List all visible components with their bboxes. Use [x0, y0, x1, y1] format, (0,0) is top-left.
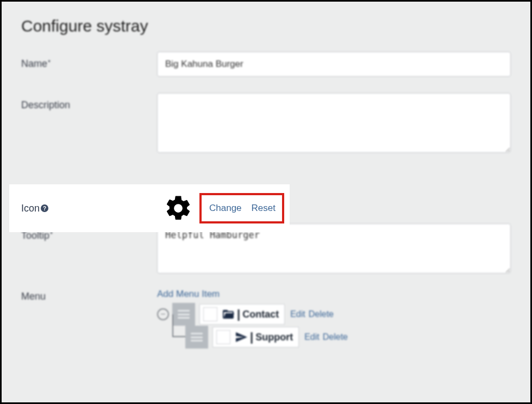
help-icon[interactable]: ?: [41, 204, 48, 212]
name-input[interactable]: [157, 52, 511, 77]
tree-connector-icon: [172, 314, 185, 337]
description-input[interactable]: [157, 93, 511, 153]
icon-row: Icon ? Change Reset: [9, 184, 290, 232]
drag-handle-icon[interactable]: [185, 326, 208, 349]
name-row: Name: [2, 52, 530, 77]
menu-item-row: | Support Edit Delete: [185, 326, 511, 349]
menu-item-label: Support: [255, 332, 293, 343]
menu-item-box: | Contact: [199, 304, 285, 325]
name-label: Name: [21, 52, 157, 70]
folder-open-icon: [222, 308, 235, 321]
change-icon-link[interactable]: Change: [209, 203, 242, 214]
menu-item-label: Contact: [242, 309, 279, 320]
description-row: Description: [2, 93, 530, 153]
edit-link[interactable]: Edit: [290, 309, 305, 319]
page-title: Configure systray: [2, 2, 530, 35]
add-menu-item-link[interactable]: Add Menu Item: [157, 289, 511, 300]
menu-label: Menu: [21, 289, 157, 349]
gear-icon: [164, 194, 193, 223]
edit-link[interactable]: Edit: [304, 332, 320, 342]
menu-item-icon-slot: [216, 330, 230, 344]
reset-icon-link[interactable]: Reset: [252, 203, 276, 214]
menu-item-box: | Support: [212, 327, 299, 347]
menu-item-row: − | Contact Edit Delete: [157, 303, 511, 326]
paper-plane-icon: [235, 331, 248, 344]
menu-item-icon-slot: [203, 307, 217, 321]
highlight-box: Change Reset: [199, 193, 284, 223]
separator-icon: |: [237, 307, 240, 321]
icon-label: Icon: [21, 203, 40, 214]
separator-icon: |: [250, 330, 253, 344]
delete-link[interactable]: Delete: [309, 309, 334, 319]
collapse-icon[interactable]: −: [157, 308, 169, 320]
description-label: Description: [21, 93, 157, 111]
delete-link[interactable]: Delete: [323, 332, 348, 342]
menu-section: Menu Add Menu Item − | Contact Edit De: [2, 289, 530, 349]
